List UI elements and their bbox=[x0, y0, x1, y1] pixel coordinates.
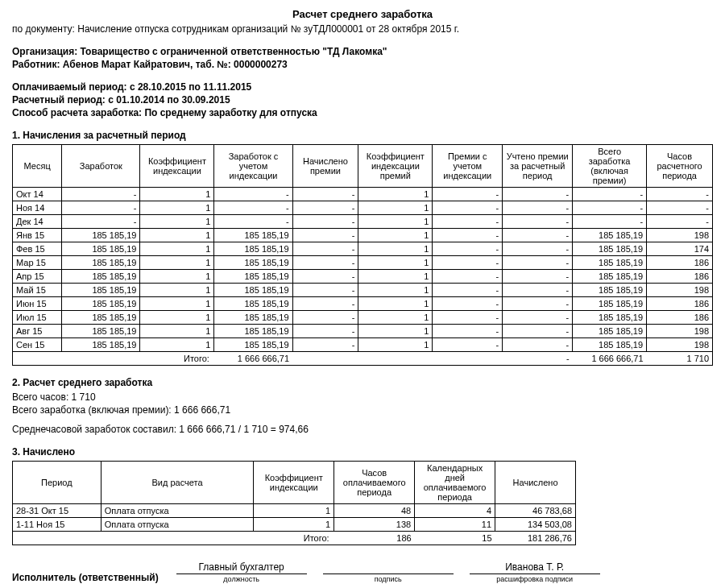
cell: 11 bbox=[415, 518, 495, 532]
cell: - bbox=[433, 229, 503, 242]
table-row: Июл 15185 185,191185 185,19-1--185 185,1… bbox=[13, 311, 713, 325]
th2-index-coef: Коэффициент индексации bbox=[254, 462, 334, 504]
section2-title: 2. Расчет среднего заработка bbox=[12, 377, 713, 388]
cell: Авг 15 bbox=[13, 325, 62, 338]
cell: 185 185,19 bbox=[62, 256, 140, 270]
cell: 1 bbox=[358, 201, 433, 215]
th2-hours: Часов оплачиваемого периода bbox=[334, 462, 415, 504]
cell: 1 bbox=[358, 215, 433, 229]
cell: 1 bbox=[140, 215, 214, 229]
method-label: Способ расчета заработка: bbox=[12, 107, 144, 118]
t2-totals-hours: 186 bbox=[334, 532, 415, 545]
cell: - bbox=[503, 311, 573, 325]
paid-period-value: с 28.10.2015 по 11.11.2015 bbox=[130, 81, 251, 93]
calc-total-line: Всего заработка (включая премии): 1 666 … bbox=[12, 404, 713, 416]
cell: - bbox=[292, 270, 358, 284]
table-row: Окт 14-1--1---- bbox=[13, 188, 713, 201]
cell: Окт 14 bbox=[13, 188, 62, 201]
calc-avg-line: Среднечасовой заработок составил: 1 666 … bbox=[12, 424, 713, 435]
table-row: Апр 15185 185,191185 185,19-1--185 185,1… bbox=[13, 270, 713, 284]
cell: 138 bbox=[334, 518, 415, 532]
cell: 1 bbox=[254, 504, 334, 518]
cell: 185 185,19 bbox=[573, 325, 647, 338]
org-label: Организация: bbox=[12, 46, 81, 57]
cell: Оплата отпуска bbox=[101, 518, 254, 532]
table-row: Фев 15185 185,191185 185,19-1--185 185,1… bbox=[13, 242, 713, 256]
cell: 1 bbox=[358, 256, 433, 270]
cell: - bbox=[292, 338, 358, 352]
cell: 185 185,19 bbox=[62, 270, 140, 284]
cell: - bbox=[503, 256, 573, 270]
method-value: По среднему заработку для отпуска bbox=[144, 107, 317, 118]
cell: 185 185,19 bbox=[62, 242, 140, 256]
th-bonus-index-coef: Коэффициент индексации премий bbox=[358, 145, 433, 188]
cell: 185 185,19 bbox=[62, 325, 140, 338]
cell: - bbox=[647, 201, 713, 215]
cell: Апр 15 bbox=[13, 270, 62, 284]
cell: 1 bbox=[140, 188, 214, 201]
th-total-earnings: Всего заработка (включая премии) bbox=[573, 145, 647, 188]
cell: 4 bbox=[415, 504, 495, 518]
cell: 1 bbox=[140, 325, 214, 338]
cell: - bbox=[214, 201, 292, 215]
cell: - bbox=[433, 256, 503, 270]
paid-period-label: Оплачиваемый период: bbox=[12, 81, 130, 93]
calc-hours-line: Всего часов: 1 710 bbox=[12, 391, 713, 403]
cell: 1 bbox=[358, 297, 433, 311]
cell: - bbox=[503, 325, 573, 338]
cell: 185 185,19 bbox=[214, 229, 292, 242]
cell: 186 bbox=[647, 256, 713, 270]
cell: 1 bbox=[140, 242, 214, 256]
th2-accrued: Начислено bbox=[495, 462, 576, 504]
sign-label: Исполнитель (ответственный) bbox=[12, 572, 159, 583]
cell: 185 185,19 bbox=[573, 311, 647, 325]
cell: 1 bbox=[358, 188, 433, 201]
cell: - bbox=[573, 215, 647, 229]
table-row: Авг 15185 185,191185 185,19-1--185 185,1… bbox=[13, 325, 713, 338]
sign-position: Главный бухгалтер bbox=[176, 561, 307, 574]
cell: - bbox=[503, 201, 573, 215]
cell: 28-31 Окт 15 bbox=[13, 504, 102, 518]
cell: 185 185,19 bbox=[573, 338, 647, 352]
cell: - bbox=[433, 284, 503, 297]
totals-total-earnings: 1 666 666,71 bbox=[573, 352, 647, 366]
section3-title: 3. Начислено bbox=[12, 446, 713, 458]
org-value: Товарищество с ограниченной ответственно… bbox=[81, 46, 387, 57]
cell: 1 bbox=[140, 338, 214, 352]
th-bonus-accounted: Учтено премии за расчетный период bbox=[503, 145, 573, 188]
cell: - bbox=[292, 242, 358, 256]
cell: Сен 15 bbox=[13, 338, 62, 352]
cell: 198 bbox=[647, 284, 713, 297]
signature-row: Исполнитель (ответственный) Главный бухг… bbox=[12, 561, 713, 583]
t2-totals-label: Итого: bbox=[254, 532, 334, 545]
th-hours: Часов расчетного периода bbox=[647, 145, 713, 188]
accrued-totals-row: Итого: 186 15 181 286,76 bbox=[13, 532, 576, 545]
cell: - bbox=[503, 229, 573, 242]
cell: Июл 15 bbox=[13, 311, 62, 325]
cell: 1 bbox=[358, 338, 433, 352]
cell: Янв 15 bbox=[13, 229, 62, 242]
cell: - bbox=[292, 297, 358, 311]
cell: Дек 14 bbox=[13, 215, 62, 229]
cell: - bbox=[503, 284, 573, 297]
accruals-totals-row: Итого: 1 666 666,71 - 1 666 666,71 1 710 bbox=[13, 352, 713, 366]
cell: 1 bbox=[140, 201, 214, 215]
cell: - bbox=[503, 270, 573, 284]
cell: 185 185,19 bbox=[62, 284, 140, 297]
cell: 185 185,19 bbox=[214, 284, 292, 297]
cell: 48 bbox=[334, 504, 415, 518]
table-row: Дек 14-1--1---- bbox=[13, 215, 713, 229]
cell: 1 bbox=[254, 518, 334, 532]
table-row: Янв 15185 185,191185 185,19-1--185 185,1… bbox=[13, 229, 713, 242]
employee-label: Работник: bbox=[12, 59, 63, 70]
cell: Май 15 bbox=[13, 284, 62, 297]
doc-prefix: по документу: bbox=[12, 23, 77, 35]
cell: 185 185,19 bbox=[214, 311, 292, 325]
totals-hours: 1 710 bbox=[647, 352, 713, 366]
cell: - bbox=[503, 338, 573, 352]
cell: - bbox=[573, 201, 647, 215]
cell: - bbox=[433, 270, 503, 284]
th-month: Месяц bbox=[13, 145, 62, 188]
cell: - bbox=[503, 297, 573, 311]
cell: - bbox=[433, 188, 503, 201]
